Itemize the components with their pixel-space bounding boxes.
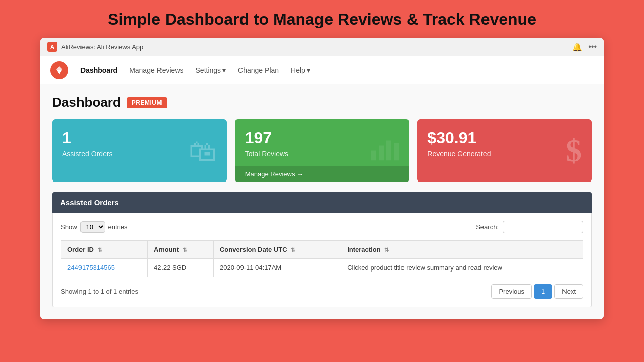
sort-icon-amount: ⇅ bbox=[183, 247, 187, 253]
stat-card-total-reviews: 197 Total Reviews Manage Reviews → bbox=[235, 119, 410, 182]
premium-badge: PREMIUM bbox=[127, 97, 167, 108]
nav-item-settings[interactable]: Settings ▾ bbox=[196, 64, 226, 76]
settings-dropdown-icon: ▾ bbox=[222, 66, 226, 74]
col-interaction[interactable]: Interaction ⇅ bbox=[341, 241, 583, 259]
nav-bar: Dashboard Manage Reviews Settings ▾ Chan… bbox=[40, 56, 604, 84]
table-container: Show 10 25 50 entries Search: bbox=[52, 213, 592, 307]
col-order-id[interactable]: Order ID ⇅ bbox=[61, 241, 148, 259]
col-amount[interactable]: Amount ⇅ bbox=[147, 241, 213, 259]
bell-icon[interactable]: 🔔 bbox=[572, 42, 582, 52]
shopping-bag-icon: 🛍 bbox=[189, 134, 217, 167]
browser-bar: A AliReviews: Ali Reviews App 🔔 ••• bbox=[40, 38, 604, 56]
entries-select[interactable]: 10 25 50 bbox=[80, 221, 105, 233]
previous-button[interactable]: Previous bbox=[491, 284, 532, 299]
pagination: Previous 1 Next bbox=[491, 284, 583, 299]
main-content: Dashboard PREMIUM 1 Assisted Orders 🛍 19… bbox=[40, 84, 604, 319]
search-input[interactable] bbox=[503, 221, 583, 233]
stat-card-revenue: $30.91 Revenue Generated $ bbox=[417, 119, 592, 182]
svg-rect-0 bbox=[371, 150, 376, 160]
browser-bar-left: A AliReviews: Ali Reviews App bbox=[47, 42, 143, 52]
svg-rect-1 bbox=[379, 145, 384, 160]
bar-chart-icon bbox=[369, 134, 399, 167]
sort-icon-conversion-date: ⇅ bbox=[291, 247, 295, 253]
page-1-button[interactable]: 1 bbox=[534, 284, 552, 299]
stat-card-assisted-orders: 1 Assisted Orders 🛍 bbox=[52, 119, 227, 182]
sort-icon-interaction: ⇅ bbox=[384, 247, 389, 253]
help-dropdown-icon: ▾ bbox=[307, 66, 310, 74]
nav-item-help[interactable]: Help ▾ bbox=[291, 64, 310, 76]
browser-tab-title: AliReviews: Ali Reviews App bbox=[61, 43, 143, 51]
revenue-label: Revenue Generated bbox=[427, 150, 582, 158]
order-id-link[interactable]: 2449175314565 bbox=[67, 264, 115, 272]
dashboard-title-row: Dashboard PREMIUM bbox=[52, 95, 592, 110]
table-footer: Showing 1 to 1 of 1 entries Previous 1 N… bbox=[61, 284, 583, 299]
sort-icon-order-id: ⇅ bbox=[98, 247, 102, 253]
search-box: Search: bbox=[476, 221, 583, 233]
table-controls: Show 10 25 50 entries Search: bbox=[61, 221, 583, 233]
entries-label: entries bbox=[108, 223, 128, 231]
dashboard-title: Dashboard bbox=[52, 95, 121, 110]
show-label: Show bbox=[61, 223, 77, 231]
next-button[interactable]: Next bbox=[554, 284, 583, 299]
svg-rect-3 bbox=[394, 143, 399, 160]
cell-interaction: Clicked product title review summary and… bbox=[341, 259, 583, 277]
nav-item-change-plan[interactable]: Change Plan bbox=[238, 64, 279, 76]
browser-window: A AliReviews: Ali Reviews App 🔔 ••• Dash… bbox=[40, 38, 604, 319]
nav-logo bbox=[50, 61, 68, 79]
stat-cards: 1 Assisted Orders 🛍 197 Total Reviews Ma… bbox=[52, 119, 592, 182]
search-label: Search: bbox=[476, 223, 499, 231]
section-header: Assisted Orders bbox=[52, 192, 592, 213]
page-heading: Simple Dashboard to Manage Reviews & Tra… bbox=[108, 10, 536, 29]
cell-conversion-date: 2020-09-11 04:17AM bbox=[213, 259, 341, 277]
more-options-icon[interactable]: ••• bbox=[588, 42, 597, 51]
nav-item-manage-reviews[interactable]: Manage Reviews bbox=[129, 64, 183, 76]
showing-text: Showing 1 to 1 of 1 entries bbox=[61, 288, 138, 295]
table-row: 2449175314565 42.22 SGD 2020-09-11 04:17… bbox=[61, 259, 583, 277]
table-header-row: Order ID ⇅ Amount ⇅ Conversion Date UTC … bbox=[61, 241, 583, 259]
svg-rect-2 bbox=[386, 140, 391, 160]
assisted-orders-section: Assisted Orders Show 10 25 50 entries bbox=[52, 192, 592, 307]
nav-item-dashboard[interactable]: Dashboard bbox=[80, 64, 117, 76]
col-conversion-date[interactable]: Conversion Date UTC ⇅ bbox=[213, 241, 341, 259]
manage-reviews-link[interactable]: Manage Reviews → bbox=[235, 166, 410, 182]
show-entries: Show 10 25 50 entries bbox=[61, 221, 128, 233]
cell-order-id: 2449175314565 bbox=[61, 259, 148, 277]
revenue-number: $30.91 bbox=[427, 129, 582, 147]
app-icon: A bbox=[47, 42, 57, 52]
orders-table: Order ID ⇅ Amount ⇅ Conversion Date UTC … bbox=[61, 240, 583, 277]
browser-bar-right: 🔔 ••• bbox=[572, 42, 597, 52]
cell-amount: 42.22 SGD bbox=[147, 259, 213, 277]
dollar-icon: $ bbox=[566, 132, 582, 169]
